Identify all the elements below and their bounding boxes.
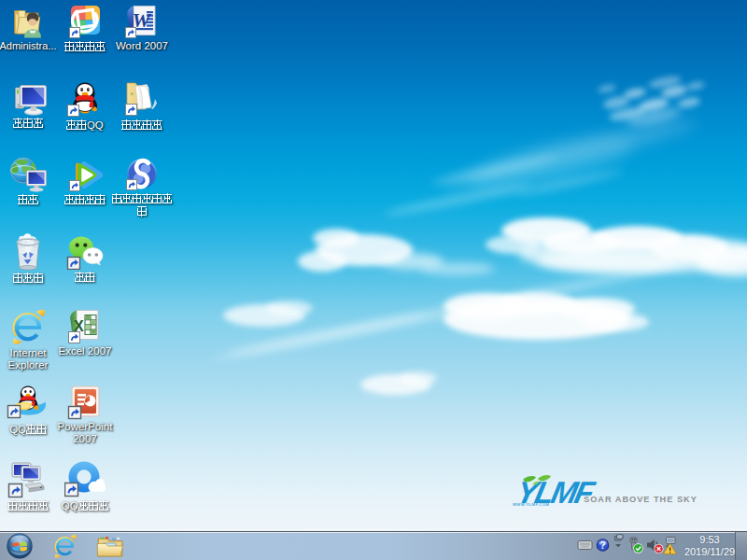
svg-text:?: ? xyxy=(599,539,605,551)
svg-text:WWW.YLMF.COM: WWW.YLMF.COM xyxy=(513,502,550,507)
svg-text:SOAR ABOVE THE SKY: SOAR ABOVE THE SKY xyxy=(584,495,698,504)
